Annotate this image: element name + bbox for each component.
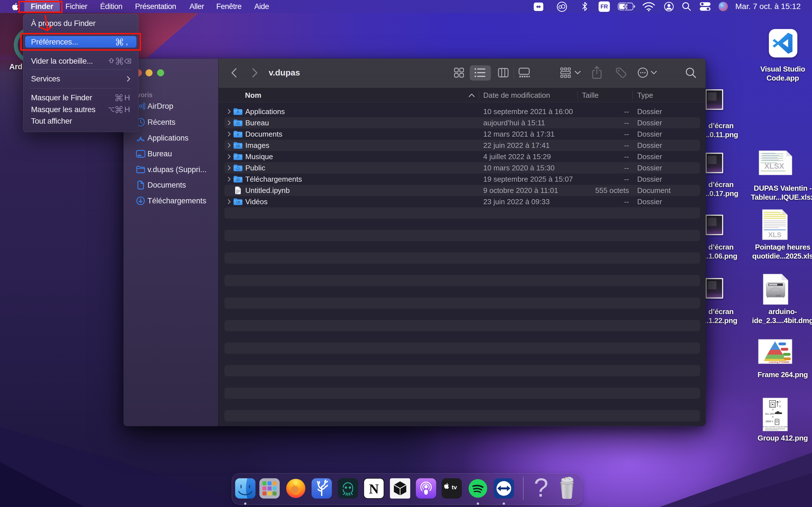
svg-text:N: N [369, 482, 379, 496]
svg-text:=: = [772, 415, 774, 418]
svg-text:XLSX: XLSX [764, 162, 784, 170]
svg-text:=: = [772, 408, 774, 411]
svg-text:1: 1 [779, 400, 781, 403]
svg-text:Learning PYRAMID: Learning PYRAMID [769, 361, 790, 363]
svg-text:XLS: XLS [768, 231, 781, 238]
svg-text:ptet' qu'on peut faire un peu: ptet' qu'on peut faire un peu de cardio? [763, 426, 788, 428]
svg-text:2650 x: 2650 x [765, 420, 773, 423]
svg-text:111.14m: 111.14m [765, 412, 774, 415]
svg-text:0: 0 [779, 405, 781, 408]
svg-text:tv: tv [452, 484, 457, 490]
